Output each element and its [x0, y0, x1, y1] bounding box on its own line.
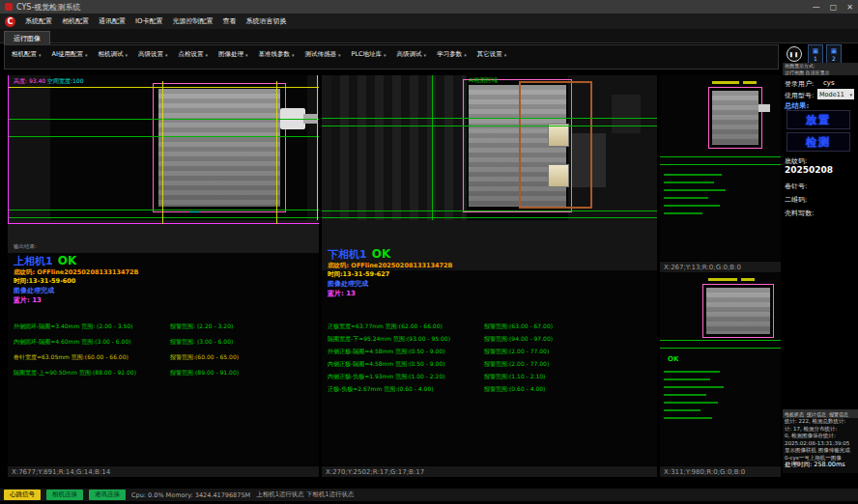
- process-time-line: 处理时间: 258.00ms: [783, 462, 858, 469]
- menu-system-config[interactable]: 系统配置: [25, 16, 52, 26]
- tool-test-sensor[interactable]: 测试传感器▾: [304, 50, 340, 59]
- tiny-text-line: [664, 205, 720, 207]
- model-label: 使用型号:: [785, 91, 814, 100]
- connector-part: [758, 104, 770, 112]
- gold-contact: [548, 124, 569, 147]
- aux-camera-view-top[interactable]: [660, 75, 781, 261]
- chevron-down-icon: ▾: [292, 52, 295, 58]
- stats-header: 电机状态 统计信息 报警信息: [783, 409, 858, 418]
- chevron-down-icon: ▾: [464, 52, 467, 58]
- heartbeat-badge: 心跳信号: [4, 490, 41, 500]
- close-button[interactable]: ✕: [846, 3, 853, 12]
- chevron-down-icon: ▾: [39, 52, 42, 58]
- toolbar: 相机配置▾ AI使用配置▾ 相机调试▾ 高级设置▾ 点检设置▾ 图像处理▾ 基准…: [12, 50, 506, 59]
- upper-camera-view[interactable]: 高度: 93.40 空间宽度:100 输出结果: 上相机1 OK 底纹码: OF…: [8, 75, 319, 465]
- tiny-overlay-text: [741, 278, 755, 281]
- camera-result-line: 上相机1 OK: [14, 250, 139, 268]
- menu-view[interactable]: 查看: [223, 16, 237, 26]
- tool-plc-address[interactable]: PLC地址库▾: [352, 50, 386, 59]
- window-title: CYS-视觉检测系统: [16, 2, 80, 13]
- chevron-down-icon: ▾: [245, 52, 248, 58]
- camera-link-badge: 相机连接: [46, 490, 83, 500]
- inspected-part: [158, 89, 280, 207]
- stats-line: 计: 17, 检测分布统计:: [783, 426, 858, 434]
- measurement-row: 外侧圆环-隔圈=3.40mm 范围: (2.00 - 3.50)报警范围: (2…: [14, 322, 233, 331]
- measurement-row: 外侧正极-隔圈=4.58mm 范围:(0.50 - 9.00)报警范围:(2.0…: [328, 348, 549, 356]
- camera-2-label: 2: [832, 55, 836, 62]
- camera-1-button[interactable]: ▣ 1: [808, 44, 823, 65]
- measure-line: [162, 81, 163, 224]
- measure-line: [322, 217, 657, 218]
- lower-camera-cursor-status: X:270;Y:2502;R:17;G:17;B:17: [322, 465, 657, 477]
- measurement-row: 内侧正极-负极=1.93mm 范围:(1.00 - 2.20)报警范围:(1.1…: [328, 373, 545, 381]
- stats-block: 电机状态 统计信息 报警信息 统计: 222, 检测总数统计: 计: 17, 检…: [783, 409, 858, 473]
- model-select[interactable]: Mode11 ▾: [817, 89, 854, 99]
- maximize-button[interactable]: ▢: [830, 3, 838, 12]
- display-mode-bar[interactable]: 画面显示方式: 运行画面 自适应显示: [783, 63, 858, 75]
- menu-io-config[interactable]: IO卡配置: [135, 16, 163, 26]
- lower-camera-view[interactable]: AI检测区域 下相机1 OK 底纹码: OFFline2025020813313…: [322, 75, 657, 465]
- chevron-down-icon: ▾: [205, 52, 208, 58]
- stats-header-item: 统计信息: [807, 411, 826, 417]
- tiny-text-line: [664, 409, 701, 411]
- tiny-text-line: [664, 402, 718, 404]
- aux-camera-view-bottom[interactable]: OK: [660, 272, 781, 465]
- tool-image-process[interactable]: 图像处理▾: [218, 50, 248, 59]
- measurement-row: 卷针宽度=63.05mm 范围:(60.00 - 66.00)报警范围:(60.…: [14, 353, 239, 362]
- measure-line: [660, 164, 781, 165]
- tool-ai-config[interactable]: AI使用配置▾: [52, 50, 88, 59]
- pin-number-label: 卷针号:: [785, 182, 807, 191]
- machine-slots: [331, 75, 465, 239]
- camera-result-line: 下相机1 OK: [328, 243, 453, 262]
- pause-button[interactable]: ❚❚: [786, 46, 802, 62]
- menu-language[interactable]: 系统语言切换: [246, 16, 287, 26]
- menu-camera-config[interactable]: 相机配置: [62, 16, 89, 26]
- tool-advanced-settings[interactable]: 高级设置▾: [138, 50, 168, 59]
- tab-strip: 运行图像: [0, 29, 858, 43]
- tool-learn-params[interactable]: 学习参数▾: [437, 50, 467, 59]
- camera-2-button[interactable]: ▣ 2: [826, 44, 842, 65]
- tool-camera-debug[interactable]: 相机调试▾: [98, 50, 128, 59]
- stats-line: 0, 检测图像保存统计:: [783, 433, 858, 440]
- measure-line: [8, 75, 9, 224]
- stats-line: 统计: 222, 检测总数统计:: [783, 418, 858, 426]
- camera-name: 上相机1: [14, 255, 53, 267]
- tool-spot-check[interactable]: 点检设置▾: [178, 50, 208, 59]
- tool-other-settings[interactable]: 其它设置▾: [477, 50, 507, 59]
- measure-line: [322, 210, 657, 211]
- piece-count-text: 蓝片: 13: [14, 295, 139, 305]
- menu-bar: C 系统配置 相机配置 通讯配置 IO卡配置 光源控制配置 查看 系统语言切换: [0, 14, 858, 29]
- app-window: CYS-视觉检测系统 — ▢ ✕ C 系统配置 相机配置 通讯配置 IO卡配置 …: [0, 0, 858, 504]
- status-bar: 心跳信号 相机连接 通讯连接 Cpu: 0.0% Memory: 3424.41…: [0, 489, 858, 501]
- chevron-down-icon: ▾: [125, 52, 128, 58]
- login-user-label: 登录用户:: [785, 79, 814, 89]
- monitor-icon: ▣: [813, 47, 819, 55]
- camera-result-block: 下相机1 OK 底纹码: OFFline2025020813313472B 时间…: [328, 243, 453, 298]
- tool-camera-config[interactable]: 相机配置▾: [12, 50, 42, 59]
- tool-baseline-params[interactable]: 基准线参数▾: [258, 50, 294, 59]
- barcode-text: 底纹码: OFFline2025020813313472B: [328, 262, 453, 270]
- camera-name: 下相机1: [328, 248, 367, 261]
- chevron-down-icon: ▾: [849, 90, 852, 99]
- menu-comm-config[interactable]: 通讯配置: [99, 16, 126, 26]
- tool-advanced-debug[interactable]: 高级调试▾: [397, 50, 427, 59]
- machine-structure: [612, 95, 641, 133]
- aux-top-cursor-status: X:267;Y:13;R:0;G:0;B:0: [660, 261, 781, 272]
- tiny-text-line: [664, 371, 720, 373]
- chevron-down-icon: ▾: [85, 52, 88, 58]
- stats-line: 显示图像联机 图像传输完成: [783, 447, 858, 455]
- title-bar: CYS-视觉检测系统 — ▢ ✕: [0, 0, 858, 14]
- menu-light-config[interactable]: 光源控制配置: [173, 16, 214, 26]
- tab-run-image[interactable]: 运行图像: [4, 31, 50, 45]
- measure-line: [8, 136, 319, 137]
- barcode-text: 底纹码: OFFline2025020813313472B: [14, 268, 139, 277]
- chevron-down-icon: ▾: [384, 52, 386, 58]
- tiny-overlay-text: [708, 278, 737, 281]
- minimize-button[interactable]: —: [813, 3, 820, 12]
- chevron-down-icon: ▾: [165, 52, 168, 58]
- cpu-memory-text: Cpu: 0.0% Memory: 3424.41796875M: [131, 491, 250, 499]
- camera-1-label: 1: [814, 55, 817, 62]
- measurement-row: 内侧正极-隔圈=4.58mm 范围:(0.50 - 9.00)报警范围:(2.0…: [328, 360, 549, 369]
- tiny-text-line: [664, 182, 714, 183]
- chevron-down-icon: ▾: [504, 52, 507, 58]
